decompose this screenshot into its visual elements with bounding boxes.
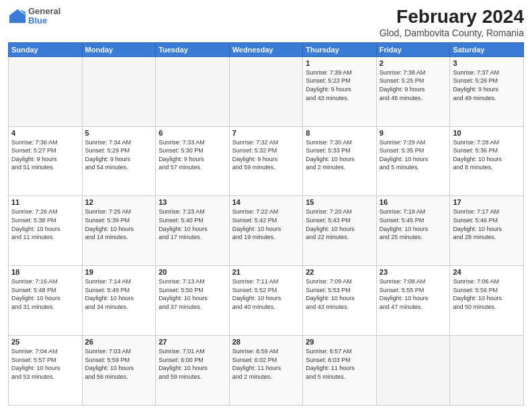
table-row: 21Sunrise: 7:11 AM Sunset: 5:52 PM Dayli…	[229, 266, 303, 336]
logo-blue: Blue	[28, 16, 60, 26]
day-number: 15	[306, 198, 373, 206]
page-title: February 2024	[380, 7, 524, 28]
table-row: 25Sunrise: 7:04 AM Sunset: 5:57 PM Dayli…	[9, 336, 83, 406]
table-row	[229, 56, 303, 126]
calendar-week-1: 1Sunrise: 7:39 AM Sunset: 5:23 PM Daylig…	[9, 56, 524, 126]
day-number: 7	[232, 129, 300, 137]
table-row: 10Sunrise: 7:28 AM Sunset: 5:36 PM Dayli…	[450, 126, 524, 196]
col-friday: Friday	[376, 42, 450, 56]
table-row: 8Sunrise: 7:30 AM Sunset: 5:33 PM Daylig…	[303, 126, 377, 196]
table-row: 18Sunrise: 7:16 AM Sunset: 5:48 PM Dayli…	[9, 266, 83, 336]
header-row: Sunday Monday Tuesday Wednesday Thursday…	[9, 42, 524, 56]
day-number: 21	[232, 268, 300, 276]
col-tuesday: Tuesday	[156, 42, 230, 56]
day-info: Sunrise: 7:22 AM Sunset: 5:42 PM Dayligh…	[232, 208, 300, 241]
table-row: 2Sunrise: 7:38 AM Sunset: 5:25 PM Daylig…	[376, 56, 450, 126]
day-info: Sunrise: 7:17 AM Sunset: 5:46 PM Dayligh…	[453, 208, 521, 241]
day-info: Sunrise: 6:57 AM Sunset: 6:03 PM Dayligh…	[306, 347, 373, 381]
calendar-header: Sunday Monday Tuesday Wednesday Thursday…	[9, 42, 524, 56]
table-row	[376, 336, 450, 406]
day-number: 26	[85, 338, 153, 346]
logo: General Blue	[8, 7, 60, 26]
table-row: 24Sunrise: 7:06 AM Sunset: 5:56 PM Dayli…	[450, 266, 524, 336]
day-info: Sunrise: 7:04 AM Sunset: 5:57 PM Dayligh…	[11, 347, 79, 381]
day-number: 29	[306, 338, 373, 346]
table-row: 4Sunrise: 7:36 AM Sunset: 5:27 PM Daylig…	[9, 126, 83, 196]
title-block: February 2024 Glod, Dambovita County, Ro…	[380, 7, 524, 38]
day-number: 19	[85, 268, 153, 276]
table-row: 12Sunrise: 7:25 AM Sunset: 5:39 PM Dayli…	[82, 196, 156, 266]
day-info: Sunrise: 7:11 AM Sunset: 5:52 PM Dayligh…	[232, 277, 300, 311]
table-row: 13Sunrise: 7:23 AM Sunset: 5:40 PM Dayli…	[156, 196, 230, 266]
day-info: Sunrise: 7:23 AM Sunset: 5:40 PM Dayligh…	[159, 208, 226, 241]
day-number: 10	[453, 129, 521, 137]
table-row: 20Sunrise: 7:13 AM Sunset: 5:50 PM Dayli…	[156, 266, 230, 336]
col-wednesday: Wednesday	[229, 42, 303, 56]
calendar-week-4: 18Sunrise: 7:16 AM Sunset: 5:48 PM Dayli…	[9, 266, 524, 336]
table-row: 19Sunrise: 7:14 AM Sunset: 5:49 PM Dayli…	[82, 266, 156, 336]
logo-icon	[8, 7, 27, 26]
col-monday: Monday	[82, 42, 156, 56]
day-number: 22	[306, 268, 373, 276]
day-info: Sunrise: 7:37 AM Sunset: 5:26 PM Dayligh…	[453, 68, 521, 102]
day-number: 16	[380, 198, 447, 206]
day-number: 11	[11, 198, 79, 206]
day-info: Sunrise: 6:59 AM Sunset: 6:02 PM Dayligh…	[232, 347, 300, 381]
day-info: Sunrise: 7:25 AM Sunset: 5:39 PM Dayligh…	[85, 208, 153, 241]
table-row: 22Sunrise: 7:09 AM Sunset: 5:53 PM Dayli…	[303, 266, 377, 336]
day-info: Sunrise: 7:32 AM Sunset: 5:32 PM Dayligh…	[232, 138, 300, 172]
calendar: Sunday Monday Tuesday Wednesday Thursday…	[8, 42, 524, 406]
day-number: 27	[159, 338, 226, 346]
table-row: 29Sunrise: 6:57 AM Sunset: 6:03 PM Dayli…	[303, 336, 377, 406]
table-row	[9, 56, 83, 126]
day-info: Sunrise: 7:13 AM Sunset: 5:50 PM Dayligh…	[159, 277, 226, 311]
day-info: Sunrise: 7:38 AM Sunset: 5:25 PM Dayligh…	[380, 68, 447, 102]
col-sunday: Sunday	[9, 42, 83, 56]
day-info: Sunrise: 7:19 AM Sunset: 5:45 PM Dayligh…	[380, 208, 447, 241]
day-info: Sunrise: 7:26 AM Sunset: 5:38 PM Dayligh…	[11, 208, 79, 241]
calendar-week-2: 4Sunrise: 7:36 AM Sunset: 5:27 PM Daylig…	[9, 126, 524, 196]
day-info: Sunrise: 7:33 AM Sunset: 5:30 PM Dayligh…	[159, 138, 226, 172]
day-number: 25	[11, 338, 79, 346]
table-row: 9Sunrise: 7:29 AM Sunset: 5:35 PM Daylig…	[376, 126, 450, 196]
day-info: Sunrise: 7:36 AM Sunset: 5:27 PM Dayligh…	[11, 138, 79, 172]
day-info: Sunrise: 7:08 AM Sunset: 5:55 PM Dayligh…	[380, 277, 447, 311]
day-info: Sunrise: 7:29 AM Sunset: 5:35 PM Dayligh…	[380, 138, 447, 172]
day-info: Sunrise: 7:09 AM Sunset: 5:53 PM Dayligh…	[306, 277, 373, 311]
table-row	[156, 56, 230, 126]
day-number: 3	[453, 59, 521, 67]
day-number: 4	[11, 129, 79, 137]
day-number: 20	[159, 268, 226, 276]
table-row: 14Sunrise: 7:22 AM Sunset: 5:42 PM Dayli…	[229, 196, 303, 266]
day-info: Sunrise: 7:39 AM Sunset: 5:23 PM Dayligh…	[306, 68, 373, 102]
table-row	[82, 56, 156, 126]
table-row: 7Sunrise: 7:32 AM Sunset: 5:32 PM Daylig…	[229, 126, 303, 196]
table-row: 1Sunrise: 7:39 AM Sunset: 5:23 PM Daylig…	[303, 56, 377, 126]
logo-text: General Blue	[28, 7, 60, 26]
table-row: 6Sunrise: 7:33 AM Sunset: 5:30 PM Daylig…	[156, 126, 230, 196]
day-number: 2	[380, 59, 447, 67]
day-number: 5	[85, 129, 153, 137]
day-number: 28	[232, 338, 300, 346]
day-info: Sunrise: 7:03 AM Sunset: 5:59 PM Dayligh…	[85, 347, 153, 381]
day-number: 1	[306, 59, 373, 67]
day-number: 13	[159, 198, 226, 206]
table-row: 16Sunrise: 7:19 AM Sunset: 5:45 PM Dayli…	[376, 196, 450, 266]
table-row: 11Sunrise: 7:26 AM Sunset: 5:38 PM Dayli…	[9, 196, 83, 266]
table-row: 5Sunrise: 7:34 AM Sunset: 5:29 PM Daylig…	[82, 126, 156, 196]
calendar-body: 1Sunrise: 7:39 AM Sunset: 5:23 PM Daylig…	[9, 56, 524, 405]
day-info: Sunrise: 7:14 AM Sunset: 5:49 PM Dayligh…	[85, 277, 153, 311]
col-thursday: Thursday	[303, 42, 377, 56]
table-row: 23Sunrise: 7:08 AM Sunset: 5:55 PM Dayli…	[376, 266, 450, 336]
day-number: 6	[159, 129, 226, 137]
day-info: Sunrise: 7:34 AM Sunset: 5:29 PM Dayligh…	[85, 138, 153, 172]
day-number: 12	[85, 198, 153, 206]
table-row: 17Sunrise: 7:17 AM Sunset: 5:46 PM Dayli…	[450, 196, 524, 266]
day-info: Sunrise: 7:06 AM Sunset: 5:56 PM Dayligh…	[453, 277, 521, 311]
calendar-week-3: 11Sunrise: 7:26 AM Sunset: 5:38 PM Dayli…	[9, 196, 524, 266]
day-number: 23	[380, 268, 447, 276]
table-row: 26Sunrise: 7:03 AM Sunset: 5:59 PM Dayli…	[82, 336, 156, 406]
day-number: 24	[453, 268, 521, 276]
col-saturday: Saturday	[450, 42, 524, 56]
day-info: Sunrise: 7:16 AM Sunset: 5:48 PM Dayligh…	[11, 277, 79, 311]
